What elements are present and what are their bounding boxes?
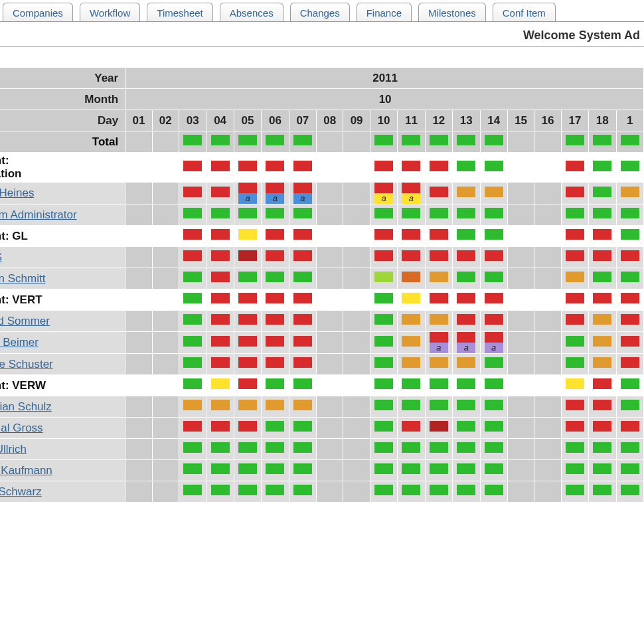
person-cell[interactable] (206, 460, 234, 481)
person-cell[interactable] (507, 247, 534, 268)
person-cell[interactable] (289, 204, 316, 226)
person-cell[interactable]: a (480, 332, 507, 354)
person-cell[interactable] (507, 311, 534, 332)
person-cell[interactable] (370, 247, 397, 268)
person-cell[interactable] (206, 247, 234, 268)
person-cell[interactable] (425, 268, 452, 289)
person-cell[interactable] (425, 396, 452, 418)
person-link[interactable]: Helga Beimer (0, 336, 39, 349)
person-cell[interactable] (561, 481, 588, 503)
person-cell[interactable] (398, 396, 425, 418)
person-cell[interactable] (234, 247, 261, 268)
tab-changes[interactable]: Changes (290, 3, 350, 21)
person-cell[interactable] (480, 247, 507, 268)
person-link[interactable]: Marion Schmitt (0, 272, 45, 285)
person-cell[interactable]: a (234, 183, 261, 204)
person-link[interactable]: Sabine Schuster (0, 358, 53, 370)
person-cell[interactable] (317, 204, 343, 226)
person-cell[interactable] (206, 332, 234, 354)
person-cell[interactable] (398, 268, 425, 289)
person-cell[interactable] (507, 332, 534, 354)
person-cell[interactable] (152, 183, 179, 204)
person-cell[interactable] (480, 396, 507, 418)
person-cell[interactable] (179, 268, 206, 289)
person-cell[interactable] (589, 332, 616, 354)
person-cell[interactable] (425, 183, 452, 204)
tab-timesheet[interactable]: Timesheet (147, 3, 212, 21)
person-cell[interactable] (616, 354, 643, 375)
person-cell[interactable] (534, 354, 561, 375)
tab-finance[interactable]: Finance (357, 3, 412, 21)
person-cell[interactable] (343, 247, 370, 268)
person-cell[interactable] (398, 481, 425, 503)
person-cell[interactable] (589, 396, 616, 418)
person-cell[interactable] (425, 311, 452, 332)
person-cell[interactable] (206, 311, 234, 332)
person-cell[interactable] (206, 439, 234, 460)
person-cell[interactable] (289, 439, 316, 460)
person-cell[interactable] (507, 396, 534, 418)
person-cell[interactable] (262, 354, 289, 375)
person-link[interactable]: Christian Schulz (0, 400, 52, 413)
person-cell[interactable] (343, 418, 370, 439)
person-cell[interactable] (152, 396, 179, 418)
person-cell[interactable] (453, 311, 480, 332)
person-cell[interactable] (343, 268, 370, 289)
person-cell[interactable] (152, 204, 179, 226)
person-cell[interactable] (616, 247, 643, 268)
person-cell[interactable] (480, 439, 507, 460)
person-cell[interactable] (425, 439, 452, 460)
person-cell[interactable] (125, 418, 152, 439)
person-cell[interactable] (616, 460, 643, 481)
person-link[interactable]: System Administrator (0, 208, 77, 221)
person-cell[interactable] (289, 396, 316, 418)
person-cell[interactable] (152, 332, 179, 354)
person-cell[interactable] (317, 183, 343, 204)
person-cell[interactable] (317, 418, 343, 439)
person-cell[interactable] (453, 247, 480, 268)
person-cell[interactable] (234, 418, 261, 439)
person-cell[interactable] (206, 204, 234, 226)
person-cell[interactable] (262, 418, 289, 439)
person-cell[interactable] (561, 439, 588, 460)
person-cell[interactable] (125, 311, 152, 332)
person-cell[interactable] (317, 439, 343, 460)
person-cell[interactable] (125, 204, 152, 226)
person-cell[interactable] (370, 332, 397, 354)
person-cell[interactable] (179, 183, 206, 204)
person-cell[interactable] (589, 481, 616, 503)
person-link[interactable]: Anke Heines (0, 187, 34, 199)
person-cell[interactable] (262, 439, 289, 460)
person-cell[interactable] (179, 311, 206, 332)
person-cell[interactable] (289, 460, 316, 481)
person-cell[interactable] (480, 354, 507, 375)
person-cell[interactable] (234, 439, 261, 460)
person-cell[interactable] (179, 439, 206, 460)
person-cell[interactable] (152, 354, 179, 375)
person-cell[interactable] (262, 247, 289, 268)
person-cell[interactable] (370, 396, 397, 418)
person-cell[interactable] (561, 268, 588, 289)
person-cell[interactable] (425, 460, 452, 481)
person-cell[interactable] (289, 311, 316, 332)
person-cell[interactable] (343, 183, 370, 204)
person-cell[interactable] (480, 418, 507, 439)
person-cell[interactable] (125, 354, 152, 375)
person-cell[interactable] (206, 418, 234, 439)
person-cell[interactable] (179, 204, 206, 226)
person-cell[interactable] (152, 439, 179, 460)
person-cell[interactable] (262, 268, 289, 289)
person-cell[interactable] (206, 183, 234, 204)
person-cell[interactable] (343, 311, 370, 332)
person-cell[interactable] (480, 268, 507, 289)
person-cell[interactable] (370, 460, 397, 481)
person-cell[interactable] (453, 396, 480, 418)
person-cell[interactable] (480, 183, 507, 204)
person-cell[interactable] (262, 204, 289, 226)
person-cell[interactable] (317, 311, 343, 332)
person-cell[interactable] (561, 418, 588, 439)
person-cell[interactable] (206, 481, 234, 503)
person-cell[interactable] (507, 268, 534, 289)
person-cell[interactable] (589, 204, 616, 226)
person-cell[interactable] (534, 481, 561, 503)
